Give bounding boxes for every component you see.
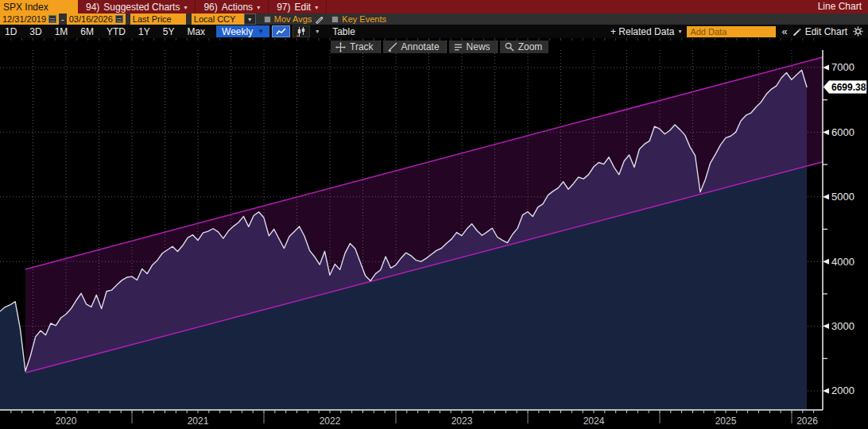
edit-chart-button[interactable]: Edit Chart [792,26,847,37]
pencil-icon [792,27,801,36]
annotate-button[interactable]: Annotate [383,41,447,53]
range-1d[interactable]: 1D [0,26,23,37]
svg-text:4000: 4000 [831,256,854,268]
menu-label: Actions [222,2,253,13]
chevron-down-icon: ▾ [257,4,260,11]
chart-type-label: Line Chart [818,1,862,12]
zoom-magnifier-icon [505,42,514,52]
menu-number: 97) [277,2,290,13]
chart-type-dropdown[interactable]: ▾ [310,28,324,35]
menu-suggested-charts[interactable]: 94) Suggested Charts ▾ [78,0,196,14]
chevron-down-icon: ▼ [258,28,264,35]
range-ytd[interactable]: YTD [100,26,132,37]
mov-avgs-checkbox[interactable] [264,16,271,23]
bloomberg-chart-window: SPX Index 94) Suggested Charts ▾ 96) Act… [0,0,868,429]
menu-number: 94) [86,2,99,13]
chart-controls-row: 12/31/2019 - 03/16/2026 Last Price Local… [0,14,868,25]
svg-text:2024: 2024 [583,415,605,427]
date-to-value: 03/16/2026 [69,14,113,24]
date-to-field[interactable]: 03/16/2026 [67,14,126,25]
track-label: Track [350,41,374,52]
chart-area[interactable]: 7000600050004000300020002020202120222023… [0,38,868,429]
date-from-field[interactable]: 12/31/2019 [0,14,59,25]
gear-icon[interactable] [853,26,863,37]
line-chart-icon [276,28,286,36]
range-1m[interactable]: 1M [48,26,75,37]
line-chart-type-button[interactable] [272,25,290,37]
price-chart[interactable]: 7000600050004000300020002020202120222023… [0,38,868,429]
date-from-value: 12/31/2019 [2,14,46,24]
candlestick-icon [296,27,306,37]
annotate-pencil-icon [388,42,397,52]
date-range-separator: - [59,14,67,25]
range-6m[interactable]: 6M [74,26,100,37]
track-crosshair-icon [335,42,346,52]
menu-label: Edit [294,2,311,13]
range-toolbar: 1D 3D 1M 6M YTD 1Y 5Y Max Weekly ▼ ▾ Tab [0,25,868,38]
svg-text:6000: 6000 [831,126,854,138]
svg-text:2021: 2021 [188,415,209,427]
menu-actions[interactable]: 96) Actions ▾ [196,0,269,14]
svg-text:2020: 2020 [56,415,77,427]
period-selector[interactable]: Weekly ▼ [216,25,269,37]
range-5y[interactable]: 5Y [157,26,181,37]
chevron-down-icon: ▾ [315,4,318,11]
right-toolbar-cluster: + Related Data ▾ « Edit Chart [610,25,863,38]
calendar-icon[interactable] [48,15,56,23]
svg-text:2000: 2000 [831,385,854,396]
svg-text:5000: 5000 [831,191,854,203]
collapse-chevrons-button[interactable]: « [781,25,786,37]
edit-chart-label: Edit Chart [805,26,847,37]
currency-selector[interactable]: Local CCY [192,14,244,25]
range-3d[interactable]: 3D [23,26,48,37]
svg-text:2025: 2025 [715,415,737,427]
svg-text:2026: 2026 [796,415,818,427]
mov-avgs-label[interactable]: Mov Avgs [274,14,312,25]
svg-text:2023: 2023 [451,415,473,427]
svg-text:2022: 2022 [320,415,341,427]
last-price-badge: 6699.38 [831,82,866,93]
price-field-selector[interactable]: Last Price [130,14,186,25]
related-data-button[interactable]: + Related Data ▾ [610,26,681,37]
key-events-label[interactable]: Key Events [342,14,386,25]
track-button[interactable]: Track [331,41,381,53]
currency-dropdown-button[interactable]: ▼ [244,14,256,25]
table-button[interactable]: Table [324,26,363,37]
chevron-down-icon: ▾ [184,4,187,11]
annotate-label: Annotate [401,41,440,52]
key-events-checkbox[interactable] [331,16,339,23]
range-1y[interactable]: 1Y [132,26,157,37]
svg-text:7000: 7000 [831,61,854,73]
zoom-button[interactable]: Zoom [500,41,549,53]
title-bar: SPX Index 94) Suggested Charts ▾ 96) Act… [0,0,868,14]
period-value: Weekly [222,26,253,37]
chevron-down-icon: ▾ [678,28,681,35]
pencil-icon[interactable] [315,15,324,24]
menu-label: Suggested Charts [103,2,180,13]
menu-number: 96) [203,2,217,13]
ticker-symbol-field[interactable]: SPX Index [0,0,78,14]
news-label: News [467,41,490,52]
chart-float-toolbar: Track Annotate News Zoom [331,41,548,53]
related-data-label: + Related Data [610,26,674,37]
add-data-input[interactable] [687,26,776,37]
range-max[interactable]: Max [180,26,211,37]
candle-chart-type-button[interactable] [293,25,310,37]
news-lines-icon [454,43,463,52]
calendar-icon[interactable] [115,15,123,23]
menu-edit[interactable]: 97) Edit ▾ [269,0,327,14]
zoom-label: Zoom [518,41,543,52]
svg-text:3000: 3000 [831,320,854,332]
news-button[interactable]: News [449,41,498,53]
